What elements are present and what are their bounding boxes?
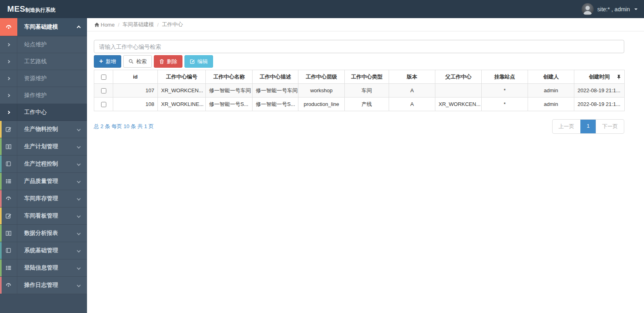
add-button[interactable]: + 新增 [94, 55, 121, 68]
cell-created-time: 2022-08-19 21:1... [574, 97, 625, 111]
sidebar-subitem-label: 工艺路线 [17, 58, 87, 65]
app-logo[interactable]: MES制造执行系统 [0, 4, 87, 14]
cell-version: A [389, 84, 435, 97]
search-button[interactable]: 检索 [123, 55, 152, 68]
col-header-version[interactable]: 版本 [389, 70, 435, 84]
sidebar-item-production-process[interactable]: 生产过程控制 [0, 155, 87, 173]
sidebar-item-label: 生产物料控制 [17, 126, 77, 133]
sidebar-subitem-label: 操作维护 [17, 92, 87, 99]
edit-icon [190, 59, 195, 64]
page-1-button[interactable]: 1 [580, 120, 596, 133]
user-menu[interactable]: site:* , admin [582, 3, 638, 15]
sidebar: 车间基础建模 站点维护 工艺路线 资源维护 操作维护 工作中心 生产物料控制 生… [0, 18, 87, 313]
chevron-down-icon [77, 212, 80, 220]
col-header-parent[interactable]: 父工作中心 [435, 70, 482, 84]
chevron-down-icon [77, 230, 80, 237]
work-center-table: id 工作中心编号 工作中心名称 工作中心描述 工作中心层级 工作中心类型 版本… [94, 70, 625, 111]
sidebar-subitem-operation-maintenance[interactable]: 操作维护 [0, 87, 87, 104]
cell-type: 产线 [345, 97, 389, 111]
prev-page-button[interactable]: 上一页 [553, 120, 580, 133]
cell-version: A [389, 97, 435, 111]
sidebar-item-label: 车间看板管理 [17, 212, 77, 220]
sidebar-item-product-quality[interactable]: 产品质量管理 [0, 173, 87, 190]
app-logo-suffix: 制造执行系统 [25, 7, 56, 13]
pagination: 上一页 1 下一页 [552, 119, 624, 134]
cell-level: production_line [298, 97, 345, 111]
cell-desc: 修一智能一号S... [253, 97, 298, 111]
pagination-row: 总 2 条 每页 10 条 共 1 页 上一页 1 下一页 [94, 119, 624, 134]
select-all-checkbox[interactable] [101, 75, 106, 80]
sidebar-item-workshop-kanban[interactable]: 车间看板管理 [0, 207, 87, 225]
accent-strip [0, 225, 2, 242]
delete-button[interactable]: 删除 [154, 55, 182, 68]
accent-strip [0, 121, 2, 138]
cell-type: 车间 [345, 84, 389, 97]
select-all-cell [94, 70, 113, 84]
sidebar-subitem-station-maintenance[interactable]: 站点维护 [0, 36, 87, 53]
row-select-cell [94, 84, 113, 97]
delete-button-label: 删除 [167, 58, 177, 65]
col-header-id[interactable]: id [113, 70, 158, 84]
edit-button[interactable]: 编辑 [184, 55, 213, 68]
list-icon [0, 173, 17, 190]
cell-creator: admin [528, 97, 574, 111]
cell-id: 108 [113, 97, 158, 111]
cell-station: * [482, 84, 528, 97]
edit-square-icon [0, 121, 17, 138]
col-header-name[interactable]: 工作中心名称 [206, 70, 253, 84]
chevron-up-icon [77, 23, 80, 31]
plus-icon: + [99, 58, 103, 64]
sidebar-item-data-analysis[interactable]: 数据分析报表 [0, 225, 87, 242]
main-area: Home / 车间基础建模 / 工作中心 + 新增 检索 删除 编辑 [87, 18, 644, 313]
sidebar-item-workshop-inventory[interactable]: 车间库存管理 [0, 190, 87, 207]
search-input[interactable] [94, 40, 624, 53]
table-row[interactable]: 107 XR_WORKCEN... 修一智能一号车间 修一智能一号车间 work… [94, 84, 625, 97]
accent-strip [0, 207, 2, 224]
col-header-level[interactable]: 工作中心层级 [298, 70, 345, 84]
sidebar-subitem-process-route[interactable]: 工艺路线 [0, 53, 87, 70]
chevron-right-icon [0, 53, 17, 70]
columns-icon [0, 225, 17, 242]
table-row[interactable]: 108 XR_WORKLINE... 修一智能一号S... 修一智能一号S...… [94, 97, 625, 111]
col-header-created-time[interactable]: 创建时间 [574, 70, 625, 84]
content: + 新增 检索 删除 编辑 [87, 31, 644, 134]
cell-code: XR_WORKCEN... [158, 84, 206, 97]
list-icon [0, 259, 17, 276]
add-button-label: 新增 [106, 58, 116, 65]
accent-strip [0, 277, 2, 294]
edit-button-label: 编辑 [197, 58, 208, 65]
sidebar-item-login-info[interactable]: 登陆信息管理 [0, 259, 87, 277]
edit-square-icon [0, 207, 17, 224]
table-header-row: id 工作中心编号 工作中心名称 工作中心描述 工作中心层级 工作中心类型 版本… [94, 70, 625, 84]
col-header-creator[interactable]: 创建人 [528, 70, 574, 84]
app-logo-strong: MES [7, 4, 25, 13]
gauge-icon [0, 277, 17, 294]
sidebar-item-system-basic[interactable]: 系统基础管理 [0, 242, 87, 259]
chevron-down-icon [77, 282, 80, 289]
sidebar-item-label: 系统基础管理 [17, 247, 77, 254]
avatar[interactable] [582, 3, 594, 15]
row-checkbox[interactable] [101, 102, 106, 107]
chevron-down-icon [77, 247, 80, 254]
sidebar-item-operation-log[interactable]: 操作日志管理 [0, 277, 87, 294]
cell-id: 107 [113, 84, 158, 97]
sidebar-item-production-plan[interactable]: 生产计划管理 [0, 138, 87, 155]
breadcrumb-home-link[interactable]: Home [94, 22, 115, 28]
cell-name: 修一智能一号S... [206, 97, 253, 111]
next-page-button[interactable]: 下一页 [596, 120, 624, 133]
sidebar-subitem-resource-maintenance[interactable]: 资源维护 [0, 70, 87, 87]
row-checkbox[interactable] [101, 88, 106, 93]
sidebar-item-label: 车间库存管理 [17, 195, 77, 202]
pin-icon[interactable] [617, 75, 621, 79]
breadcrumb-level1-link[interactable]: 车间基础建模 [122, 21, 154, 28]
sidebar-item-production-material[interactable]: 生产物料控制 [0, 121, 87, 138]
sidebar-item-workshop-modeling[interactable]: 车间基础建模 [0, 18, 87, 36]
sidebar-subitem-work-center[interactable]: 工作中心 [0, 104, 87, 121]
col-header-type[interactable]: 工作中心类型 [345, 70, 389, 84]
breadcrumb: Home / 车间基础建模 / 工作中心 [87, 18, 644, 31]
col-header-station[interactable]: 挂靠站点 [482, 70, 528, 84]
col-header-desc[interactable]: 工作中心描述 [253, 70, 298, 84]
col-header-code[interactable]: 工作中心编号 [158, 70, 206, 84]
chevron-down-icon [77, 143, 80, 150]
breadcrumb-separator: / [118, 22, 120, 28]
